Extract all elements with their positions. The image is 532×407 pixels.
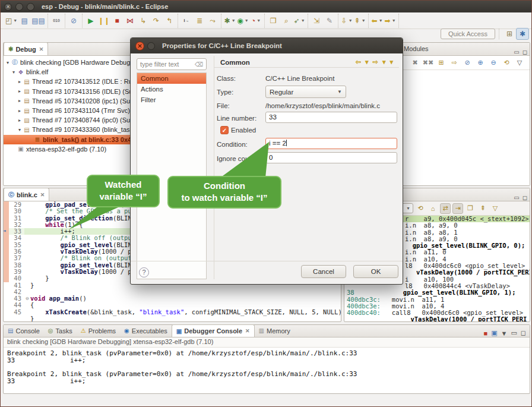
tree-expander-icon[interactable]: ▸ (17, 98, 23, 103)
display-console-button[interactable]: ▣ (491, 329, 497, 337)
gutter-change-marker (4, 315, 9, 321)
view-menu-button[interactable]: ▽ (514, 58, 525, 68)
tab-blink-c[interactable]: ⓒ blink.c ✕ (4, 188, 49, 201)
home-button[interactable]: ⌂ (428, 203, 438, 214)
remove-selected-button[interactable]: ✖ (410, 58, 420, 68)
tree-expander-icon[interactable]: ▸ (17, 79, 23, 84)
coverage-icon: ◔ (251, 17, 255, 25)
tab-tasks[interactable]: ◎Tasks (44, 324, 77, 337)
save-all-button[interactable]: ▤▤ (31, 15, 45, 27)
window-close-button[interactable]: ✕ (4, 3, 12, 11)
pin-editor-button[interactable]: ⇞▼ (354, 15, 366, 27)
use-step-filters-button[interactable]: ⤳ (207, 15, 218, 27)
fold-marker[interactable]: ⊖ (24, 295, 30, 302)
resume-button[interactable]: ▶ (85, 15, 97, 27)
maximize-icon[interactable]: ◻ (522, 49, 527, 55)
binary-button[interactable]: 010 (50, 15, 62, 27)
view-menu-button[interactable]: ▽ (490, 203, 501, 214)
tree-expander-icon[interactable]: ▾ (11, 70, 17, 75)
open-type-button[interactable]: ❐ (267, 15, 279, 27)
close-icon[interactable]: ✕ (39, 46, 44, 52)
tab-memory[interactable]: ▥Memory (255, 324, 294, 337)
add-register-group-button[interactable]: ⊞ (436, 58, 446, 68)
close-icon[interactable]: ✕ (40, 192, 45, 198)
dialog-close-button[interactable]: ✕ (135, 42, 144, 51)
layout-button[interactable]: ⟲ (501, 58, 512, 68)
terminate-console-button[interactable]: ■ (484, 330, 488, 337)
suspend-button[interactable]: ❙❙ (98, 15, 110, 27)
open-perspective-button[interactable]: ⊞ (503, 28, 516, 40)
collapse-button[interactable]: ⊖ (488, 58, 499, 68)
tab-problems[interactable]: ⚠Problems (77, 324, 120, 337)
dialog-list-item-filter[interactable]: Filter (137, 94, 206, 105)
step-return-button[interactable]: ↰ (163, 15, 175, 27)
filter-input[interactable]: type filter text ⌫ (137, 58, 207, 70)
run-button[interactable]: ◉▼ (237, 15, 249, 27)
cancel-button[interactable]: Cancel (301, 265, 346, 278)
terminate-button[interactable]: ■ (111, 15, 123, 27)
debug-perspective-button[interactable]: ✱ (516, 28, 529, 40)
skip-breakpoints-button[interactable]: ⊘ (68, 15, 80, 27)
disconnect-button[interactable]: ⋈ (124, 15, 136, 27)
tab-debug[interactable]: ✱ Debug ✕ (4, 42, 48, 55)
refresh-button[interactable]: ⟲ (415, 203, 426, 214)
external-tools-button[interactable]: ➶▼ (293, 15, 305, 27)
quick-access-button[interactable]: Quick Access (441, 29, 495, 39)
last-edit-button[interactable]: ⇩▼ (341, 15, 353, 27)
mark-occurrences-button[interactable]: ✎ (324, 15, 335, 27)
minimize-icon[interactable]: ▭ (514, 194, 519, 201)
minimize-icon[interactable]: ▭ (514, 49, 519, 55)
back-button[interactable]: ⬅▼ (371, 15, 383, 27)
help-button[interactable]: ? (139, 267, 149, 277)
coverage-button[interactable]: ◔▼ (250, 15, 262, 27)
enabled-checkbox[interactable]: ✓ (220, 126, 229, 134)
search-button[interactable]: ⌕ (280, 15, 292, 27)
maximize-icon[interactable]: ◻ (522, 194, 527, 201)
tab-console[interactable]: ▤Console (4, 324, 44, 337)
instruction-stepping-button[interactable]: i→ (180, 15, 192, 27)
dialog-minimize-button[interactable] (147, 42, 155, 50)
condition-input[interactable]: i == 2 (265, 138, 397, 149)
tree-expander-icon[interactable]: ▾ (5, 60, 11, 65)
tree-expander-icon[interactable]: ▸ (17, 89, 23, 94)
close-icon[interactable]: ✕ (245, 328, 250, 334)
tab-debugger-console[interactable]: ▣Debugger Console✕ (172, 324, 255, 337)
type-dropdown[interactable]: Regular ▼ (265, 86, 346, 98)
pin-view-button[interactable]: ⇞ (477, 203, 488, 214)
maximize-icon[interactable]: ◻ (521, 329, 526, 337)
step-over-button[interactable]: ↷ (150, 15, 162, 27)
console-output[interactable]: Breakpoint 2, blink_task (pvParameter=0x… (4, 348, 530, 387)
disable-button[interactable]: ⊘ (462, 58, 473, 68)
show-debug-sources-button[interactable]: ≣ (194, 15, 205, 27)
save-button[interactable]: ▤ (18, 15, 30, 27)
step-into-button[interactable]: ↳ (137, 15, 149, 27)
debug-button[interactable]: ✱▼ (224, 15, 236, 27)
breakpoint-icon[interactable]: ➜ (4, 228, 6, 235)
ignore-count-input[interactable]: 0 (265, 152, 397, 163)
new-view-button[interactable]: ❐ (465, 203, 476, 214)
window-maximize-button[interactable] (27, 3, 34, 11)
tree-expander-icon[interactable]: ▸ (17, 118, 23, 123)
forward-button[interactable]: ➡▼ (384, 15, 396, 27)
remove-all-button[interactable]: ✖✖ (423, 58, 433, 68)
track-expression-button[interactable]: ⇥ (452, 203, 463, 214)
dialog-list-item-common[interactable]: Common (137, 73, 206, 84)
restore-default-button[interactable]: ⇨ (449, 58, 460, 68)
disassembly-token: movi.n a11, 1 (381, 296, 444, 303)
skip-breakpoints-icon: ⊘ (71, 17, 77, 25)
ok-button[interactable]: OK (353, 265, 398, 278)
window-minimize-button[interactable] (15, 3, 23, 11)
sync-selection-button[interactable]: ⇄ (440, 203, 451, 214)
annotation-button[interactable]: ⇲ (311, 15, 322, 27)
console-menu-button[interactable]: ▼ (501, 330, 508, 337)
clear-filter-icon[interactable]: ⌫ (195, 61, 203, 68)
line-number-input[interactable]: 33 (265, 112, 397, 123)
tab-executables[interactable]: ◉Executables (120, 324, 172, 337)
new-wizard-button[interactable]: ◰▼ (5, 15, 17, 27)
dialog-list-item-actions[interactable]: Actions (137, 84, 206, 94)
expand-button[interactable]: ⊕ (475, 58, 486, 68)
tree-expander-icon[interactable]: ▸ (17, 108, 23, 113)
tree-expander-icon[interactable]: ▾ (17, 127, 23, 132)
dialog-nav-arrows[interactable]: ⇦ ▾ ⇨ ▾ ▾ (356, 58, 394, 66)
minimize-icon[interactable]: ▭ (511, 329, 517, 337)
